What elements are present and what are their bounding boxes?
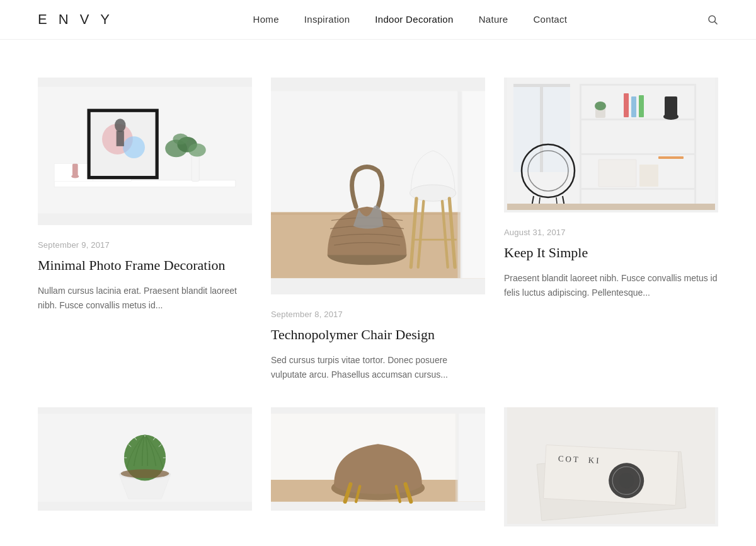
site-logo[interactable]: E N V Y (38, 11, 113, 28)
nav-item-contact[interactable]: Contact (533, 14, 567, 25)
svg-rect-58 (507, 204, 715, 210)
nav-link-contact[interactable]: Contact (533, 14, 567, 25)
card-excerpt: Nullam cursus lacinia erat. Praesent bla… (38, 284, 252, 313)
svg-point-0 (709, 16, 716, 23)
article-card: September 9, 2017 Minimal Photo Frame De… (38, 78, 252, 382)
svg-point-10 (115, 119, 125, 132)
nav-item-indoor[interactable]: Indoor Decoration (375, 14, 453, 25)
svg-rect-76 (455, 414, 459, 501)
nav-link-inspiration[interactable]: Inspiration (304, 14, 350, 25)
article-grid: September 9, 2017 Minimal Photo Frame De… (19, 40, 737, 546)
nav-item-inspiration[interactable]: Inspiration (304, 14, 350, 25)
card-date: September 8, 2017 (271, 310, 485, 319)
nav-item-home[interactable]: Home (253, 14, 279, 25)
card-excerpt: Praesent blandit laoreet nibh. Fusce con… (504, 271, 718, 300)
svg-rect-40 (580, 188, 696, 190)
svg-rect-13 (72, 164, 78, 177)
card-title[interactable]: Technopolymer Chair Design (271, 325, 485, 344)
svg-rect-55 (598, 160, 636, 187)
svg-point-18 (173, 134, 188, 144)
svg-line-1 (714, 21, 717, 24)
svg-rect-46 (665, 96, 677, 117)
card-image: COT KI BUNCH COT KI (504, 407, 718, 526)
article-card: August 31, 2017 Keep It Simple Praesent … (504, 78, 718, 382)
card-date: September 9, 2017 (38, 240, 252, 250)
search-button[interactable] (707, 14, 718, 25)
svg-rect-57 (658, 156, 684, 159)
nav-link-home[interactable]: Home (253, 14, 279, 25)
card-image (38, 407, 252, 511)
svg-rect-14 (192, 153, 199, 181)
navigation: E N V Y Home Inspiration Indoor Decorati… (0, 0, 756, 40)
article-card (271, 407, 485, 546)
svg-point-17 (188, 144, 206, 157)
svg-rect-38 (580, 119, 696, 120)
card-image (38, 78, 252, 225)
nav-link-indoor[interactable]: Indoor Decoration (375, 14, 453, 25)
svg-rect-30 (461, 91, 485, 278)
svg-point-69 (121, 469, 169, 478)
svg-point-9 (123, 136, 145, 158)
svg-rect-42 (624, 93, 629, 117)
search-icon (707, 14, 718, 25)
card-date: August 31, 2017 (504, 228, 718, 237)
article-card (38, 407, 252, 546)
svg-rect-75 (457, 414, 485, 501)
svg-rect-37 (580, 84, 696, 86)
svg-rect-56 (639, 165, 658, 187)
card-excerpt: Sed cursus turpis vitae tortor. Donec po… (271, 353, 485, 382)
card-image (504, 78, 718, 212)
svg-text:COT: COT (558, 453, 580, 464)
svg-rect-31 (457, 91, 462, 278)
svg-rect-44 (639, 95, 644, 117)
nav-link-nature[interactable]: Nature (479, 14, 508, 25)
card-title[interactable]: Keep It Simple (504, 243, 718, 262)
svg-rect-41 (694, 84, 696, 210)
nav-links: Home Inspiration Indoor Decoration Natur… (253, 14, 568, 25)
card-image (271, 407, 485, 511)
svg-rect-11 (117, 131, 124, 146)
article-card: COT KI BUNCH COT KI (504, 407, 718, 546)
article-card: September 8, 2017 Technopolymer Chair De… (271, 78, 485, 382)
svg-rect-36 (580, 84, 581, 210)
nav-item-nature[interactable]: Nature (479, 14, 508, 25)
svg-rect-35 (540, 84, 543, 172)
svg-text:KI: KI (588, 455, 600, 465)
svg-rect-39 (580, 153, 696, 155)
svg-point-48 (595, 102, 606, 110)
svg-rect-43 (631, 96, 636, 117)
card-title[interactable]: Minimal Photo Frame Decoration (38, 256, 252, 275)
card-image (271, 78, 485, 294)
